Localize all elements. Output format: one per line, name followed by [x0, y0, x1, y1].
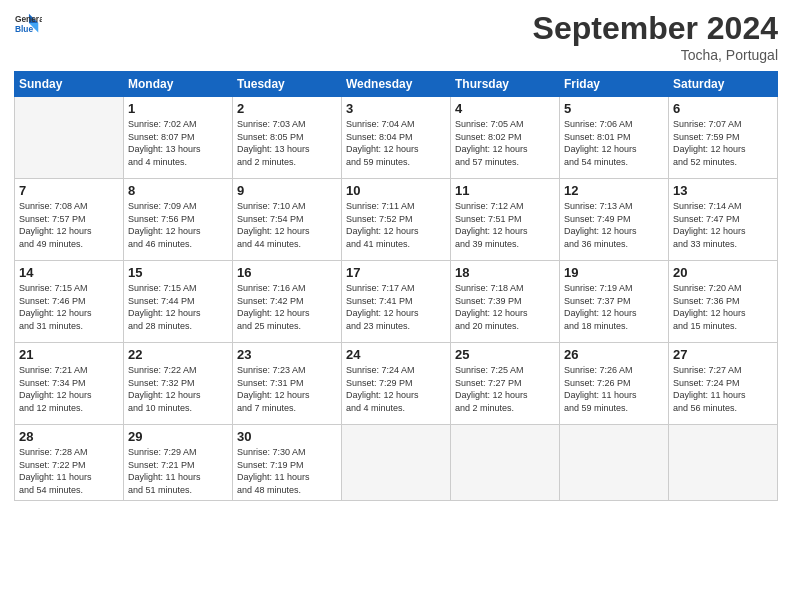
day-number: 13	[673, 183, 773, 198]
table-row: 9Sunrise: 7:10 AMSunset: 7:54 PMDaylight…	[233, 179, 342, 261]
day-info: Sunrise: 7:28 AMSunset: 7:22 PMDaylight:…	[19, 446, 119, 496]
day-number: 9	[237, 183, 337, 198]
table-row: 18Sunrise: 7:18 AMSunset: 7:39 PMDayligh…	[451, 261, 560, 343]
day-number: 30	[237, 429, 337, 444]
header-friday: Friday	[560, 72, 669, 97]
day-number: 22	[128, 347, 228, 362]
header-monday: Monday	[124, 72, 233, 97]
day-info: Sunrise: 7:19 AMSunset: 7:37 PMDaylight:…	[564, 282, 664, 332]
table-row: 30Sunrise: 7:30 AMSunset: 7:19 PMDayligh…	[233, 425, 342, 501]
table-row: 16Sunrise: 7:16 AMSunset: 7:42 PMDayligh…	[233, 261, 342, 343]
day-info: Sunrise: 7:07 AMSunset: 7:59 PMDaylight:…	[673, 118, 773, 168]
day-number: 4	[455, 101, 555, 116]
day-number: 5	[564, 101, 664, 116]
table-row: 26Sunrise: 7:26 AMSunset: 7:26 PMDayligh…	[560, 343, 669, 425]
table-row: 17Sunrise: 7:17 AMSunset: 7:41 PMDayligh…	[342, 261, 451, 343]
day-info: Sunrise: 7:24 AMSunset: 7:29 PMDaylight:…	[346, 364, 446, 414]
day-number: 12	[564, 183, 664, 198]
table-row: 25Sunrise: 7:25 AMSunset: 7:27 PMDayligh…	[451, 343, 560, 425]
day-info: Sunrise: 7:06 AMSunset: 8:01 PMDaylight:…	[564, 118, 664, 168]
day-info: Sunrise: 7:15 AMSunset: 7:46 PMDaylight:…	[19, 282, 119, 332]
table-row: 27Sunrise: 7:27 AMSunset: 7:24 PMDayligh…	[669, 343, 778, 425]
day-info: Sunrise: 7:20 AMSunset: 7:36 PMDaylight:…	[673, 282, 773, 332]
day-info: Sunrise: 7:09 AMSunset: 7:56 PMDaylight:…	[128, 200, 228, 250]
day-number: 21	[19, 347, 119, 362]
day-info: Sunrise: 7:29 AMSunset: 7:21 PMDaylight:…	[128, 446, 228, 496]
svg-text:General: General	[15, 14, 42, 24]
table-row	[342, 425, 451, 501]
table-row: 5Sunrise: 7:06 AMSunset: 8:01 PMDaylight…	[560, 97, 669, 179]
day-info: Sunrise: 7:16 AMSunset: 7:42 PMDaylight:…	[237, 282, 337, 332]
table-row: 28Sunrise: 7:28 AMSunset: 7:22 PMDayligh…	[15, 425, 124, 501]
day-number: 14	[19, 265, 119, 280]
svg-text:Blue: Blue	[15, 24, 33, 34]
day-number: 20	[673, 265, 773, 280]
day-info: Sunrise: 7:13 AMSunset: 7:49 PMDaylight:…	[564, 200, 664, 250]
table-row: 4Sunrise: 7:05 AMSunset: 8:02 PMDaylight…	[451, 97, 560, 179]
day-info: Sunrise: 7:30 AMSunset: 7:19 PMDaylight:…	[237, 446, 337, 496]
day-info: Sunrise: 7:10 AMSunset: 7:54 PMDaylight:…	[237, 200, 337, 250]
day-info: Sunrise: 7:27 AMSunset: 7:24 PMDaylight:…	[673, 364, 773, 414]
header-wednesday: Wednesday	[342, 72, 451, 97]
day-number: 11	[455, 183, 555, 198]
table-row	[669, 425, 778, 501]
day-number: 1	[128, 101, 228, 116]
day-number: 19	[564, 265, 664, 280]
day-number: 15	[128, 265, 228, 280]
header: General Blue September 2024 Tocha, Portu…	[14, 10, 778, 63]
table-row: 8Sunrise: 7:09 AMSunset: 7:56 PMDaylight…	[124, 179, 233, 261]
day-info: Sunrise: 7:08 AMSunset: 7:57 PMDaylight:…	[19, 200, 119, 250]
table-row: 6Sunrise: 7:07 AMSunset: 7:59 PMDaylight…	[669, 97, 778, 179]
day-info: Sunrise: 7:22 AMSunset: 7:32 PMDaylight:…	[128, 364, 228, 414]
weekday-header-row: Sunday Monday Tuesday Wednesday Thursday…	[15, 72, 778, 97]
table-row: 10Sunrise: 7:11 AMSunset: 7:52 PMDayligh…	[342, 179, 451, 261]
day-number: 8	[128, 183, 228, 198]
day-number: 25	[455, 347, 555, 362]
day-number: 18	[455, 265, 555, 280]
table-row	[451, 425, 560, 501]
table-row: 12Sunrise: 7:13 AMSunset: 7:49 PMDayligh…	[560, 179, 669, 261]
day-info: Sunrise: 7:15 AMSunset: 7:44 PMDaylight:…	[128, 282, 228, 332]
day-number: 27	[673, 347, 773, 362]
table-row: 1Sunrise: 7:02 AMSunset: 8:07 PMDaylight…	[124, 97, 233, 179]
table-row: 2Sunrise: 7:03 AMSunset: 8:05 PMDaylight…	[233, 97, 342, 179]
header-sunday: Sunday	[15, 72, 124, 97]
day-info: Sunrise: 7:11 AMSunset: 7:52 PMDaylight:…	[346, 200, 446, 250]
day-number: 24	[346, 347, 446, 362]
day-info: Sunrise: 7:12 AMSunset: 7:51 PMDaylight:…	[455, 200, 555, 250]
day-number: 16	[237, 265, 337, 280]
header-tuesday: Tuesday	[233, 72, 342, 97]
day-info: Sunrise: 7:21 AMSunset: 7:34 PMDaylight:…	[19, 364, 119, 414]
table-row: 14Sunrise: 7:15 AMSunset: 7:46 PMDayligh…	[15, 261, 124, 343]
table-row: 15Sunrise: 7:15 AMSunset: 7:44 PMDayligh…	[124, 261, 233, 343]
day-info: Sunrise: 7:14 AMSunset: 7:47 PMDaylight:…	[673, 200, 773, 250]
table-row: 11Sunrise: 7:12 AMSunset: 7:51 PMDayligh…	[451, 179, 560, 261]
day-info: Sunrise: 7:02 AMSunset: 8:07 PMDaylight:…	[128, 118, 228, 168]
day-info: Sunrise: 7:04 AMSunset: 8:04 PMDaylight:…	[346, 118, 446, 168]
location: Tocha, Portugal	[533, 47, 778, 63]
table-row	[560, 425, 669, 501]
header-saturday: Saturday	[669, 72, 778, 97]
table-row: 3Sunrise: 7:04 AMSunset: 8:04 PMDaylight…	[342, 97, 451, 179]
day-number: 23	[237, 347, 337, 362]
month-title: September 2024	[533, 10, 778, 47]
day-number: 17	[346, 265, 446, 280]
table-row: 22Sunrise: 7:22 AMSunset: 7:32 PMDayligh…	[124, 343, 233, 425]
day-info: Sunrise: 7:05 AMSunset: 8:02 PMDaylight:…	[455, 118, 555, 168]
title-area: September 2024 Tocha, Portugal	[533, 10, 778, 63]
day-number: 29	[128, 429, 228, 444]
table-row: 21Sunrise: 7:21 AMSunset: 7:34 PMDayligh…	[15, 343, 124, 425]
day-number: 28	[19, 429, 119, 444]
day-info: Sunrise: 7:25 AMSunset: 7:27 PMDaylight:…	[455, 364, 555, 414]
table-row: 19Sunrise: 7:19 AMSunset: 7:37 PMDayligh…	[560, 261, 669, 343]
day-number: 2	[237, 101, 337, 116]
calendar: Sunday Monday Tuesday Wednesday Thursday…	[14, 71, 778, 501]
logo: General Blue	[14, 10, 42, 38]
table-row: 23Sunrise: 7:23 AMSunset: 7:31 PMDayligh…	[233, 343, 342, 425]
day-info: Sunrise: 7:18 AMSunset: 7:39 PMDaylight:…	[455, 282, 555, 332]
day-number: 7	[19, 183, 119, 198]
day-info: Sunrise: 7:23 AMSunset: 7:31 PMDaylight:…	[237, 364, 337, 414]
day-number: 10	[346, 183, 446, 198]
table-row: 29Sunrise: 7:29 AMSunset: 7:21 PMDayligh…	[124, 425, 233, 501]
table-row	[15, 97, 124, 179]
